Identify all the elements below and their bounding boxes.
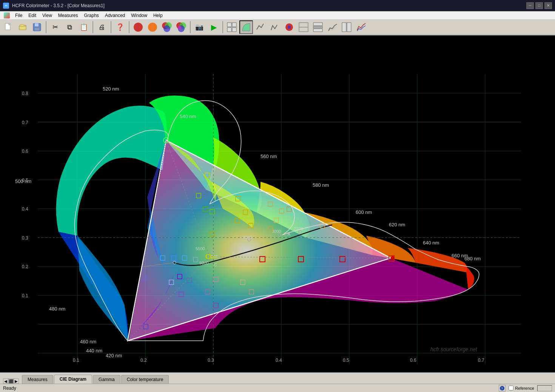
app-logo [2,12,12,18]
svg-text:0.3: 0.3 [208,358,214,363]
svg-rect-3 [35,23,39,26]
svg-text:600 nm: 600 nm [356,209,372,215]
save-button[interactable] [30,20,44,34]
tab-gamma[interactable]: Gamma [93,375,120,384]
svg-rect-15 [232,23,236,27]
menu-advanced[interactable]: Advanced [102,12,128,19]
svg-text:0.3: 0.3 [22,235,28,241]
menu-view[interactable]: View [39,12,55,19]
svg-text:0.4: 0.4 [276,358,282,363]
reference-check[interactable]: Reference [509,386,534,390]
view-btn-8[interactable] [325,20,339,34]
svg-text:620 nm: 620 nm [389,222,405,228]
svg-text:0.7: 0.7 [22,120,28,125]
view-btn-7[interactable] [311,20,325,34]
toolbar: ✂ ⧉ 📋 🖨 ❓ 📷 ▶ [0,20,555,35]
svg-text:0.2: 0.2 [22,264,28,269]
svg-rect-19 [288,26,291,29]
svg-text:0.5: 0.5 [22,178,28,183]
view-btn-10[interactable] [354,20,368,34]
copy-button[interactable]: ⧉ [63,20,76,34]
menu-file[interactable]: File [12,12,25,19]
menu-window[interactable]: Window [128,12,150,19]
view-btn-1[interactable] [225,20,239,34]
maximize-button[interactable]: □ [535,2,543,9]
cut-button[interactable]: ✂ [48,20,62,34]
num-lock-indicator: NUM [537,385,552,391]
svg-point-9 [163,25,170,32]
status-icon[interactable]: ? [499,385,506,392]
open-button[interactable] [16,20,29,34]
svg-text:B: B [232,251,235,256]
svg-text:440 nm: 440 nm [86,348,102,354]
new-button[interactable] [2,20,15,34]
color-btn-4[interactable] [174,20,188,34]
tab-cie-diagram[interactable]: CIE Diagram [54,375,92,384]
tab-bar: ◀ ⬛ ▶ Measures CIE Diagram Gamma Color t… [0,372,555,384]
view-btn-4[interactable] [268,20,282,34]
view-btn-cie[interactable] [239,20,253,34]
tab-home[interactable]: ⬛ [8,378,14,384]
main-content: 5500 9300 4000 3000 2700 D65 B C A [0,35,555,372]
svg-text:4000: 4000 [243,235,252,240]
cie-svg: 5500 9300 4000 3000 2700 D65 B C A [0,35,555,372]
svg-text:?: ? [501,387,503,390]
view-btn-5[interactable] [282,20,296,34]
svg-text:0.5: 0.5 [343,358,349,363]
svg-text:0.1: 0.1 [73,358,79,363]
svg-text:0.4: 0.4 [22,206,28,212]
print-button[interactable]: 🖨 [95,20,109,34]
svg-text:460 nm: 460 nm [80,339,96,344]
menu-help[interactable]: Help [150,12,166,19]
camera-button[interactable]: 📷 [193,20,206,34]
svg-text:680 nm: 680 nm [464,256,481,261]
status-text: Ready [3,386,497,391]
logo-image [4,12,10,18]
view-btn-6[interactable] [297,20,310,34]
view-btn-3[interactable] [254,20,267,34]
tab-color-temperature[interactable]: Color temperature [121,375,169,384]
menu-measures[interactable]: Measures [55,12,81,19]
reference-label: Reference [515,386,534,390]
tab-next[interactable]: ▶ [14,378,19,384]
svg-text:480 nm: 480 nm [49,306,65,312]
minimize-button[interactable]: ─ [526,2,534,9]
toolbar-separator-5 [190,21,191,33]
menu-graphs[interactable]: Graphs [81,12,102,19]
tab-measures[interactable]: Measures [22,375,53,384]
svg-point-5 [134,23,143,32]
toolbar-separator-3 [111,21,111,33]
svg-text:0.8: 0.8 [22,91,28,96]
title-bar: H HCFR Colorimeter - 3.5.2 - [Color Meas… [0,0,555,11]
svg-text:3000: 3000 [272,229,281,233]
svg-text:420 nm: 420 nm [106,353,122,358]
color-btn-2[interactable] [146,20,159,34]
svg-rect-17 [232,28,236,32]
menu-edit[interactable]: Edit [25,12,39,19]
svg-text:0.7: 0.7 [478,358,484,363]
app-icon: H [3,3,9,9]
close-button[interactable]: ✕ [544,2,552,9]
svg-rect-22 [313,23,322,26]
color-btn-3[interactable] [160,20,174,34]
view-btn-9[interactable] [340,20,353,34]
svg-rect-25 [342,23,346,32]
svg-point-13 [178,26,182,30]
help-button[interactable]: ❓ [113,20,127,34]
svg-text:520 nm: 520 nm [103,86,119,92]
svg-text:9300: 9300 [199,261,208,265]
svg-text:0.2: 0.2 [140,358,147,363]
paste-button[interactable]: 📋 [77,20,91,34]
window-controls: ─ □ ✕ [526,2,552,9]
toolbar-separator-1 [46,21,46,33]
color-btn-1[interactable] [131,20,145,34]
toolbar-separator-4 [129,21,130,33]
toolbar-separator-2 [92,21,93,33]
reference-checkbox[interactable] [509,386,513,390]
svg-text:C: C [214,263,217,267]
tab-prev[interactable]: ◀ [3,378,8,384]
svg-rect-4 [35,28,39,31]
svg-text:D65: D65 [210,255,217,260]
svg-text:hcfr.sourceforge.net: hcfr.sourceforge.net [430,346,478,352]
play-button[interactable]: ▶ [207,20,220,34]
